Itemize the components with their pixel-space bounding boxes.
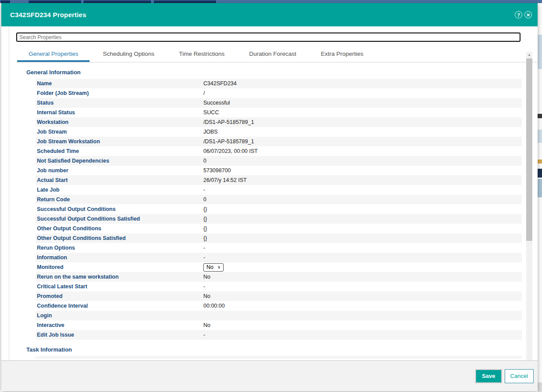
property-row: Edit Job Issue- [36,330,522,340]
property-value: Successful [203,100,230,106]
property-value: 26/07/y 14:52 IST [203,177,247,183]
property-row: Successful Output Conditions{} [36,204,522,214]
tab-scheduling-options[interactable]: Scheduling Options [91,46,166,62]
property-label: Actual Start [36,177,203,183]
property-row: MonitoredNo∨ [36,262,522,272]
property-row: Folder (Job Stream)/ [36,88,522,98]
property-row: Confidence Interval00:00:00 [36,301,522,311]
background-fragment [538,169,542,178]
dialog-footer: Save Cancel [1,360,538,391]
property-label: Critical Latest Start [36,283,203,290]
background-fragment [538,114,542,118]
properties-dialog: C342SFD234 Properties ? ✕ General Proper… [1,3,538,391]
property-row: Actual Start26/07/y 14:52 IST [36,175,522,185]
property-label: Other Output Conditions Satisfied [36,235,203,241]
property-row: Late Job- [36,185,522,195]
property-value: No [203,322,210,328]
property-value: /DS1-AP-5185789_1 [203,138,254,145]
property-row: Information- [36,253,522,262]
dialog-header: C342SFD234 Properties ? ✕ [1,3,538,26]
property-row: Rerun Options- [36,243,522,253]
property-value: JOBS [203,129,218,135]
dialog-title: C342SFD234 Properties [10,11,86,18]
close-icon[interactable]: ✕ [524,11,532,18]
property-label: Job number [36,167,203,174]
property-value: {} [203,216,207,222]
background-tab-fragment [83,0,152,3]
property-label: Job Stream Workstation [36,138,203,145]
property-label: Information [36,254,203,261]
monitored-select[interactable]: No∨ [203,263,224,272]
property-label: Rerun Options [36,245,203,251]
property-value: No∨ [203,263,224,272]
property-value: {} [203,235,207,241]
selected-option: No [206,264,213,270]
chevron-down-icon: ∨ [217,264,220,270]
property-value: 0 [203,158,206,164]
property-row: Rerun on the same workstationNo [36,272,522,282]
background-page-right-edge [538,3,542,392]
background-fragment [538,382,542,392]
property-label: Other Output Conditions [36,225,203,232]
property-label: Not Satisfied Dependencies [36,158,203,164]
tab-general-properties[interactable]: General Properties [17,46,90,62]
property-label: Monitored [36,264,203,270]
property-value: - [203,254,205,261]
property-label: Interactive [36,322,203,328]
property-value: No [203,274,210,280]
property-label: Promoted [36,293,203,299]
clipped-row-sliver [36,356,522,359]
vertical-scrollbar[interactable]: ▲ ▼ [526,52,532,360]
tab-duration-forecast[interactable]: Duration Forecast [238,46,307,62]
section-title: Task Information [26,346,538,353]
property-row: Job number573098700 [36,166,522,175]
background-tab-fragment [28,0,82,3]
section-task-information: Task Information [16,346,538,359]
property-value: 00:00:00 [203,303,225,309]
property-row: Scheduled Time06/07/2023, 00:00 IST [36,146,522,156]
property-value: - [203,187,205,193]
property-rows: NameC342SFD234Folder (Job Stream)/Status… [36,79,522,340]
property-value: No [203,293,210,299]
property-value: - [203,245,205,251]
property-row: StatusSuccessful [36,98,522,108]
dialog-content: General Properties Scheduling Options Ti… [9,26,538,360]
property-row: Workstation/DS1-AP-5185789_1 [36,117,522,127]
property-row: Not Satisfied Dependencies0 [36,156,522,166]
property-label: Successful Output Conditions Satisfied [36,216,203,222]
cancel-button[interactable]: Cancel [505,369,534,383]
property-label: Scheduled Time [36,148,203,154]
property-label: Confidence Interval [36,303,203,309]
property-label: Successful Output Conditions [36,206,203,212]
help-icon[interactable]: ? [515,11,522,18]
property-label: Return Code [36,196,203,203]
property-value: 0 [203,196,206,203]
property-row: Successful Output Conditions Satisfied{} [36,214,522,224]
property-row: Internal StatusSUCC [36,108,522,117]
background-tab-fragment [153,0,217,3]
tab-time-restrictions[interactable]: Time Restrictions [167,46,236,62]
property-label: Late Job [36,187,203,193]
property-label: Edit Job Issue [36,332,203,338]
background-fragment [538,35,542,69]
scroll-up-icon[interactable]: ▲ [526,52,532,58]
background-fragment [538,130,542,143]
property-label: Internal Status [36,109,203,116]
background-fragment [538,160,542,163]
section-title: General Information [26,69,538,76]
scrollbar-thumb[interactable] [526,58,532,241]
property-row: Return Code0 [36,195,522,204]
property-label: Name [36,80,203,87]
property-value: 06/07/2023, 00:00 IST [203,148,258,154]
property-label: Workstation [36,119,203,125]
property-row: InteractiveNo [36,320,522,330]
property-row: Job Stream Workstation/DS1-AP-5185789_1 [36,137,522,146]
header-icons: ? ✕ [515,11,532,18]
search-input[interactable] [16,33,520,42]
tab-extra-properties[interactable]: Extra Properties [309,46,375,62]
save-button[interactable]: Save [475,369,502,383]
property-row: Job StreamJOBS [36,127,522,137]
property-row: PromotedNo [36,291,522,301]
section-general-information: General Information NameC342SFD234Folder… [16,69,538,340]
property-value: /DS1-AP-5185789_1 [203,119,254,125]
